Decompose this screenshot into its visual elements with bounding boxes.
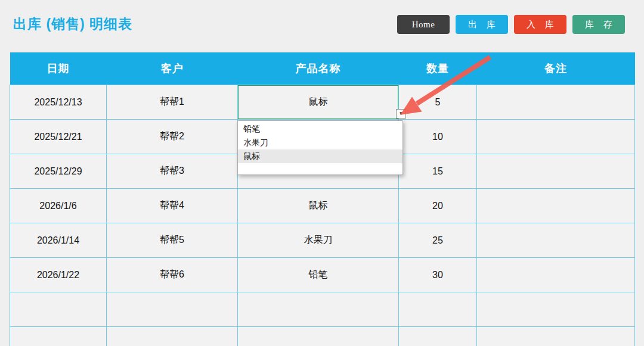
cell-customer[interactable]: 帮帮4 <box>107 189 238 223</box>
cell-date[interactable]: 2026/1/14 <box>10 223 107 258</box>
cell-quantity[interactable]: 10 <box>399 120 477 154</box>
col-header-customer: 客户 <box>107 52 238 85</box>
col-header-note: 备注 <box>477 52 635 85</box>
cell-quantity[interactable]: 20 <box>399 189 477 223</box>
cell-note[interactable] <box>477 120 635 154</box>
cell-quantity[interactable]: 5 <box>399 85 477 120</box>
table-row <box>10 327 635 346</box>
cell-date[interactable] <box>10 327 107 346</box>
col-header-date: 日期 <box>10 52 107 85</box>
cell-product[interactable]: 水果刀 <box>238 223 399 258</box>
table-row: 2026/1/14 帮帮5 水果刀 25 <box>10 223 635 258</box>
cell-quantity[interactable] <box>399 292 477 327</box>
col-header-quantity: 数量 <box>399 52 477 85</box>
caret-down-icon: ▼ <box>399 111 404 116</box>
header-row: 日期 客户 产品名称 数量 备注 <box>10 52 635 85</box>
cell-date[interactable]: 2025/12/29 <box>10 154 107 189</box>
stock-button[interactable]: 库 存 <box>572 15 625 34</box>
cell-note[interactable] <box>477 189 635 223</box>
cell-note[interactable] <box>477 258 635 292</box>
cell-date[interactable]: 2025/12/13 <box>10 85 107 120</box>
cell-note[interactable] <box>477 154 635 189</box>
cell-quantity[interactable]: 30 <box>399 258 477 292</box>
cell-note[interactable] <box>477 327 635 346</box>
cell-quantity[interactable]: 15 <box>399 154 477 189</box>
cell-product[interactable] <box>238 292 399 327</box>
sales-detail-table: 日期 客户 产品名称 数量 备注 2025/12/13 帮帮1 鼠标 5 202… <box>10 52 635 346</box>
product-dropdown-list: 铅笔 水果刀 鼠标 <box>237 120 403 175</box>
cell-quantity[interactable] <box>399 327 477 346</box>
dropdown-option-mouse[interactable]: 鼠标 <box>238 149 402 163</box>
cell-product-selected[interactable]: 鼠标 <box>238 85 399 120</box>
inbound-button[interactable]: 入 库 <box>514 15 566 34</box>
col-header-product: 产品名称 <box>238 52 399 85</box>
cell-customer[interactable] <box>107 327 238 346</box>
cell-product[interactable]: 鼠标 <box>238 189 399 223</box>
table-row: 2025/12/13 帮帮1 鼠标 5 <box>10 85 635 120</box>
cell-customer[interactable] <box>107 292 238 327</box>
cell-customer[interactable]: 帮帮6 <box>107 258 238 292</box>
table-row <box>10 292 635 327</box>
cell-date[interactable]: 2026/1/6 <box>10 189 107 223</box>
toolbar: Home 出 库 入 库 库 存 <box>397 15 625 34</box>
cell-customer[interactable]: 帮帮1 <box>107 85 238 120</box>
outbound-button[interactable]: 出 库 <box>456 15 508 34</box>
table-row: 2026/1/22 帮帮6 铅笔 30 <box>10 258 635 292</box>
dropdown-option-fruitknife[interactable]: 水果刀 <box>238 136 402 149</box>
cell-quantity[interactable]: 25 <box>399 223 477 258</box>
dropdown-arrow-button[interactable]: ▼ <box>396 109 406 119</box>
page-title: 出库 (销售) 明细表 <box>13 15 132 33</box>
cell-note[interactable] <box>477 85 635 120</box>
cell-product[interactable] <box>238 327 399 346</box>
cell-date[interactable] <box>10 292 107 327</box>
outbound-sales-sheet: 出库 (销售) 明细表 Home 出 库 入 库 库 存 日期 客户 产品名称 … <box>0 0 644 346</box>
cell-customer[interactable]: 帮帮5 <box>107 223 238 258</box>
cell-customer[interactable]: 帮帮2 <box>107 120 238 154</box>
dropdown-option-pencil[interactable]: 铅笔 <box>238 122 402 136</box>
cell-product[interactable]: 铅笔 <box>238 258 399 292</box>
home-button[interactable]: Home <box>397 15 450 34</box>
cell-note[interactable] <box>477 223 635 258</box>
cell-date[interactable]: 2026/1/22 <box>10 258 107 292</box>
cell-date[interactable]: 2025/12/21 <box>10 120 107 154</box>
cell-customer[interactable]: 帮帮3 <box>107 154 238 189</box>
cell-note[interactable] <box>477 292 635 327</box>
table-row: 2026/1/6 帮帮4 鼠标 20 <box>10 189 635 223</box>
